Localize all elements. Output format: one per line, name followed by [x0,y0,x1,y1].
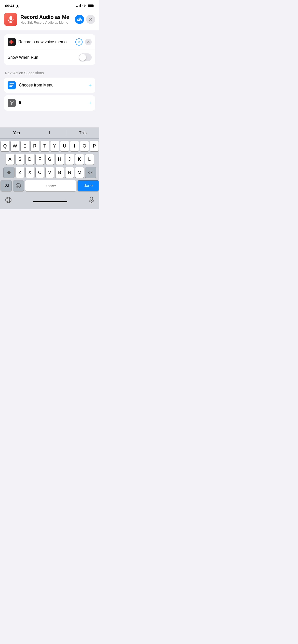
space-key[interactable]: space [25,180,76,191]
key-e[interactable]: E [21,141,29,151]
close-button[interactable] [86,15,95,24]
svg-point-10 [78,19,79,20]
voice-memo-app-icon [8,38,16,46]
suggestion-if[interactable]: If + [4,95,95,111]
show-when-run-toggle[interactable] [79,53,92,61]
key-r[interactable]: R [31,141,39,151]
show-when-run-label: Show When Run [8,55,38,60]
predictive-this[interactable]: This [66,127,99,138]
key-a[interactable]: A [6,154,14,165]
if-icon-graphic [9,101,14,105]
svg-rect-17 [12,41,13,43]
svg-rect-3 [9,16,12,20]
status-icons [76,4,94,7]
key-l[interactable]: L [85,154,94,165]
if-add-button[interactable]: + [88,100,92,106]
predictive-yea[interactable]: Yea [0,127,33,138]
status-bar: 09:41 [0,0,99,10]
waveform-icon [9,40,14,44]
key-v[interactable]: V [46,167,54,178]
key-m[interactable]: M [75,167,84,178]
key-p[interactable]: P [90,141,99,151]
svg-point-28 [16,183,21,188]
key-row-1: Q W E R T Y U I O P [1,141,99,151]
globe-icon[interactable] [5,197,12,204]
key-h[interactable]: H [56,154,64,165]
key-row-4: 123 space done [1,180,99,191]
svg-rect-34 [90,197,93,200]
svg-point-11 [80,20,81,21]
key-o[interactable]: O [80,141,89,151]
key-u[interactable]: U [60,141,69,151]
key-y[interactable]: Y [50,141,59,151]
battery-icon [88,4,94,7]
svg-rect-19 [9,83,14,84]
bottom-bar [0,195,99,209]
key-s[interactable]: S [16,154,24,165]
key-b[interactable]: B [56,167,64,178]
svg-rect-2 [88,5,93,7]
action-expand-button[interactable] [75,38,83,46]
action-remove-button[interactable]: ✕ [85,39,92,45]
choose-from-menu-label: Choose from Menu [19,83,85,87]
settings-button[interactable] [75,15,84,24]
emoji-key[interactable] [13,180,24,191]
key-c[interactable]: C [36,167,44,178]
svg-rect-20 [9,85,13,86]
if-icon [8,99,16,107]
key-i[interactable]: I [70,141,79,151]
delete-icon [88,171,93,174]
svg-rect-18 [13,41,13,42]
svg-line-22 [10,101,12,103]
action-card: Record a new voice memo ✕ Show When Run [4,34,95,65]
wifi-icon [82,4,86,7]
mic-icon[interactable] [89,197,94,204]
svg-line-23 [12,101,13,103]
sliders-icon [77,18,82,21]
key-row-2: A S D F G H J K L [1,154,99,165]
key-x[interactable]: X [26,167,34,178]
home-indicator [33,201,67,202]
done-key[interactable]: done [78,180,99,191]
svg-marker-25 [7,171,11,174]
close-icon [89,18,92,21]
header: Record Audio as Me Hey Siri, Record Audi… [0,10,99,30]
delete-key[interactable] [85,167,96,178]
shift-key[interactable] [4,167,14,178]
key-k[interactable]: K [75,154,84,165]
home-indicator-area [12,199,89,202]
show-when-run-row: Show When Run [4,50,95,65]
svg-rect-21 [9,86,12,87]
signal-icon [76,4,81,7]
globe-icon-svg [5,197,12,203]
header-text: Record Audio as Me Hey Siri, Record Audi… [20,14,72,24]
suggestion-choose-from-menu[interactable]: Choose from Menu + [4,78,95,93]
shortcut-title: Record Audio as Me [20,14,72,20]
main-content: Record a new voice memo ✕ Show When Run … [0,30,99,117]
keyboard-mic-icon [89,197,94,203]
svg-rect-15 [10,40,11,43]
predictive-i[interactable]: I [33,127,66,138]
svg-rect-16 [11,40,12,44]
choose-from-menu-icon [8,81,16,89]
suggestions-label: Next Action Suggestions [4,71,95,75]
chevron-down-icon [77,40,80,43]
numbers-key[interactable]: 123 [1,180,11,191]
key-j[interactable]: J [65,154,74,165]
key-w[interactable]: W [11,141,19,151]
key-row-3: Z X C V B N M [1,167,99,178]
key-g[interactable]: G [46,154,54,165]
app-icon [4,13,17,26]
key-t[interactable]: T [40,141,49,151]
key-n[interactable]: N [65,167,74,178]
header-buttons [75,15,95,24]
svg-rect-1 [94,5,94,7]
key-q[interactable]: Q [1,141,9,151]
choose-from-menu-add-button[interactable]: + [88,82,92,88]
key-f[interactable]: F [36,154,44,165]
key-d[interactable]: D [26,154,34,165]
action-label: Record a new voice memo [18,40,73,44]
key-z[interactable]: Z [16,167,24,178]
keyboard-rows: Q W E R T Y U I O P A S D F G H J K L [0,139,99,195]
keyboard: Yea I This Q W E R T Y U I O P A S D F G… [0,127,99,209]
